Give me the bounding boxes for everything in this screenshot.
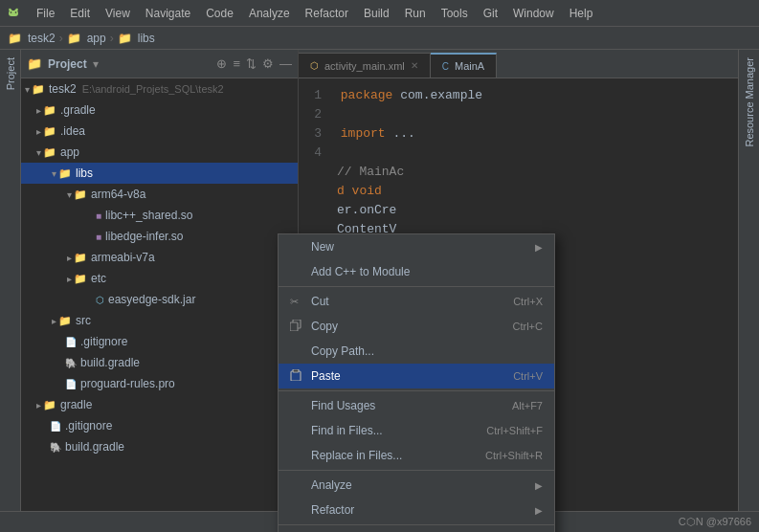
ctx-find-in-files[interactable]: Find in Files... Ctrl+Shift+F [279,418,554,443]
folder-icon-armeabi: 📁 [74,252,87,264]
ctx-icon-cut: ✂ [290,296,305,308]
resource-manager-tab-label[interactable]: Resource Manager [742,50,757,155]
kw-package: package [341,88,393,102]
ctx-find-usages[interactable]: Find Usages Alt+F7 [279,393,554,418]
editor-tabs: ⬡ activity_main.xml ✕ C MainA [299,50,738,78]
code-comment-mainac: // MainAc [337,163,404,182]
ctx-arrow-new: ▶ [535,242,543,253]
panel-icon-sort[interactable]: ⇅ [246,56,257,71]
tree-item-gitignore-root[interactable]: 📄 .gitignore [21,415,298,436]
tree-label-proguard: proguard-rules.pro [80,377,175,390]
ctx-new[interactable]: New ▶ [279,234,554,259]
panel-icon-expand[interactable]: ≡ [233,56,240,71]
tree-item-armeabi[interactable]: ▸ 📁 armeabi-v7a [21,247,298,268]
breadcrumb-icon-libs: 📁 [118,32,132,45]
tree-item-easysdk[interactable]: ⬡ easyedge-sdk.jar [21,289,298,310]
menu-navigate[interactable]: Navigate [138,5,198,22]
tree-label-armeabi: armeabi-v7a [91,251,155,264]
folder-icon-arm64: 📁 [74,188,87,201]
tree-label-app: app [60,145,79,159]
tree-item-buildgradle-app[interactable]: 🐘 build.gradle [21,352,298,373]
arrow-tesk2: ▾ [25,84,30,95]
ctx-analyze[interactable]: Analyze ▶ [279,473,554,498]
tree-item-libedge[interactable]: ■ libedge-infer.so [21,226,298,247]
ctx-copy[interactable]: Copy Ctrl+C [279,314,554,339]
tree-item-idea[interactable]: ▸ 📁 .idea [21,121,298,142]
tree-item-libs[interactable]: ▾ 📁 libs [21,163,298,184]
panel-icon-locate[interactable]: ⊕ [216,56,227,71]
menu-code[interactable]: Code [198,5,241,22]
tree-label-src: src [76,314,91,327]
menu-git[interactable]: Git [476,5,505,22]
ctx-add-favorites[interactable]: Add to Favorites [279,527,554,532]
tree-label-tesk2: tesk2 [49,82,77,96]
ctx-paste[interactable]: Paste Ctrl+V [279,364,554,388]
ctx-label-cut: Cut [311,295,513,308]
code-text-1: com.example [400,88,482,102]
tree-item-gradle[interactable]: ▸ 📁 .gradle [21,100,298,121]
tree-label-etc: etc [91,272,106,285]
tree-label-easysdk: easyedge-sdk.jar [108,293,195,306]
tree-item-buildgradle-root[interactable]: 🐘 build.gradle [21,436,298,457]
panel-header: 📁 Project ▾ ⊕ ≡ ⇅ ⚙ — [21,50,298,78]
breadcrumb-sep-2: › [110,32,114,45]
ctx-label-paste: Paste [311,369,513,383]
panel-icon-minimize[interactable]: — [279,56,292,71]
kw-import: import [341,126,386,141]
ctx-label-add-cpp: Add C++ to Module [311,265,543,278]
tree-item-src[interactable]: ▸ 📁 src [21,310,298,331]
tab-main-activity[interactable]: C MainA [431,53,497,78]
svg-rect-6 [290,322,298,331]
menu-view[interactable]: View [98,5,138,22]
ctx-cut[interactable]: ✂ Cut Ctrl+X [279,289,554,314]
arrow-gradle: ▸ [36,105,41,116]
ctx-add-cpp[interactable]: Add C++ to Module [279,259,554,284]
menu-file[interactable]: File [29,5,62,22]
tree-item-arm64[interactable]: ▾ 📁 arm64-v8a [21,184,298,205]
tree-item-gradle-root[interactable]: ▸ 📁 gradle [21,394,298,415]
menu-refactor[interactable]: Refactor [298,5,356,22]
tree-item-tesk2[interactable]: ▾ 📁 tesk2 E:\android_Projets_SQL\tesk2 [21,78,298,100]
folder-icon-etc: 📁 [74,273,87,285]
arrow-libs: ▾ [52,168,56,179]
panel-header-icons: ⊕ ≡ ⇅ ⚙ — [216,56,292,71]
ctx-sep-1 [279,286,554,287]
ctx-label-replace-in-files: Replace in Files... [311,449,485,462]
menu-build[interactable]: Build [356,5,397,22]
menu-analyze[interactable]: Analyze [241,5,298,22]
panel-icon-settings[interactable]: ⚙ [262,56,274,71]
project-tab-label[interactable]: Project [3,50,18,98]
tab-close-activity-main[interactable]: ✕ [411,60,418,71]
arrow-src: ▸ [52,316,56,326]
breadcrumb-tesk2[interactable]: tesk2 [28,32,56,45]
menu-edit[interactable]: Edit [62,5,98,22]
tree-path-tesk2: E:\android_Projets_SQL\tesk2 [82,83,224,95]
ctx-copy-path[interactable]: Copy Path... [279,339,554,364]
menu-run[interactable]: Run [397,5,434,22]
ctx-icon-paste [290,369,305,383]
panel-dropdown-icon[interactable]: ▾ [93,57,99,71]
breadcrumb-libs[interactable]: libs [138,32,155,45]
gradle-icon-buildgradle-app: 🐘 [65,358,77,368]
tree-item-proguard[interactable]: 📄 proguard-rules.pro [21,373,298,394]
so-icon-libedge: ■ [96,232,101,242]
tree-item-etc[interactable]: ▸ 📁 etc [21,268,298,289]
breadcrumb-app[interactable]: app [87,32,106,45]
ctx-shortcut-paste: Ctrl+V [513,370,543,382]
ctx-sep-3 [279,470,554,471]
tree-item-libcpp[interactable]: ■ libc++_shared.so [21,205,298,226]
line-num-4: 4 [306,144,322,163]
arrow-idea: ▸ [36,126,41,137]
file-icon-proguard: 📄 [65,379,77,389]
tab-activity-main[interactable]: ⬡ activity_main.xml ✕ [299,53,431,78]
side-tab-project: Project [0,50,21,532]
tree-item-gitignore-app[interactable]: 📄 .gitignore [21,331,298,352]
tree-item-app[interactable]: ▾ 📁 app [21,142,298,163]
menu-tools[interactable]: Tools [434,5,476,22]
ctx-refactor[interactable]: Refactor ▶ [279,498,554,522]
menu-help[interactable]: Help [562,5,601,22]
tree-label-idea: .idea [60,124,85,138]
ctx-replace-in-files[interactable]: Replace in Files... Ctrl+Shift+R [279,443,554,468]
menu-window[interactable]: Window [505,5,562,22]
line-num-7 [306,201,322,220]
